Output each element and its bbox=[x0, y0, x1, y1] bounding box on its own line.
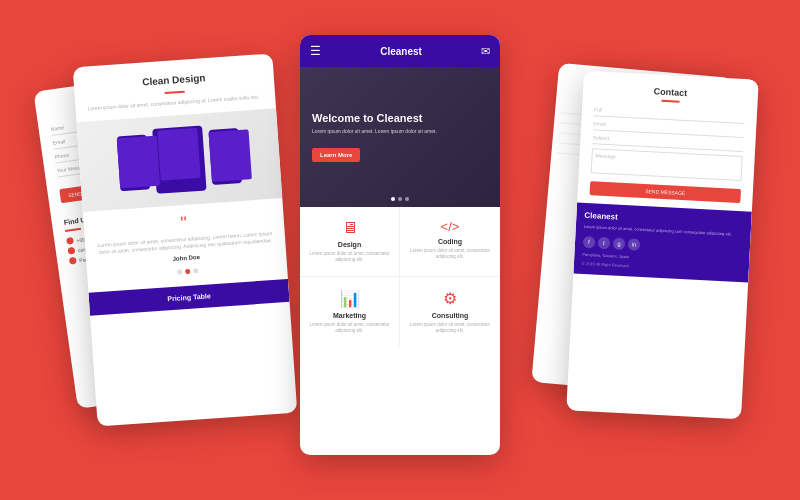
hero-section: Welcome to Cleanest Lorem ipsum dolor si… bbox=[300, 67, 500, 207]
phone-screen bbox=[117, 136, 160, 189]
dot-1 bbox=[177, 269, 182, 274]
phone-mockup bbox=[117, 134, 151, 191]
services-grid: 🖥 Design Lorem ipsum dolor sit amet, con… bbox=[300, 207, 500, 346]
dot-2 bbox=[184, 268, 189, 273]
address-icon bbox=[69, 257, 77, 265]
mail-icon[interactable]: ✉ bbox=[481, 45, 490, 58]
marketing-title: Marketing bbox=[308, 312, 391, 319]
consulting-service: ⚙ Consulting Lorem ipsum dolor sit amet,… bbox=[400, 277, 500, 347]
clean-design-divider bbox=[165, 91, 185, 94]
contact-right-card: Contact Full Email Subject Message SEND … bbox=[566, 71, 759, 420]
app-header: ☰ Cleanest ✉ bbox=[300, 35, 500, 67]
clean-design-card: Clean Design Lorem ipsum dolor sit amet,… bbox=[73, 53, 298, 426]
hero-dot-1 bbox=[391, 197, 395, 201]
footer-section: Cleanest Lorem ipsum dolor sit amet, con… bbox=[573, 202, 751, 282]
consulting-text: Lorem ipsum dolor sit amet, consectetur … bbox=[408, 322, 492, 335]
phone-icon bbox=[66, 237, 74, 245]
hamburger-icon[interactable]: ☰ bbox=[310, 44, 321, 58]
pricing-banner: Pricing Table bbox=[88, 278, 289, 315]
app-title: Cleanest bbox=[380, 46, 422, 57]
coding-text: Lorem ipsum dolor sit amet, consectetur … bbox=[408, 248, 492, 261]
hero-title: Welcome to Cleanest bbox=[312, 112, 488, 124]
phone-mockup-2 bbox=[208, 128, 242, 185]
hero-content: Welcome to Cleanest Lorem ipsum dolor si… bbox=[312, 112, 488, 162]
message-textarea: Message bbox=[591, 148, 743, 181]
main-app-card: ☰ Cleanest ✉ Welcome to Cleanest Lorem i… bbox=[300, 35, 500, 455]
hero-dot-2 bbox=[398, 197, 402, 201]
design-title: Design bbox=[308, 241, 391, 248]
coding-icon: </> bbox=[408, 219, 492, 234]
tablet-screen bbox=[157, 128, 200, 181]
consulting-title: Consulting bbox=[408, 312, 492, 319]
design-icon: 🖥 bbox=[308, 219, 391, 237]
googleplus-icon[interactable]: g bbox=[613, 237, 626, 250]
design-service: 🖥 Design Lorem ipsum dolor sit amet, con… bbox=[300, 207, 400, 277]
learn-more-button[interactable]: Learn More bbox=[312, 148, 360, 162]
linkedin-icon[interactable]: in bbox=[628, 238, 641, 251]
message-textarea-label: Message bbox=[595, 152, 738, 165]
marketing-icon: 📊 bbox=[308, 289, 391, 308]
scene: Contact Name Email Phone Your Message SE… bbox=[0, 0, 800, 500]
tablet-mockup bbox=[152, 126, 206, 194]
find-us-divider bbox=[65, 228, 81, 232]
marketing-service: 📊 Marketing Lorem ipsum dolor sit amet, … bbox=[300, 277, 400, 347]
twitter-icon[interactable]: t bbox=[598, 236, 611, 249]
marketing-text: Lorem ipsum dolor sit amet, consectetur … bbox=[308, 322, 391, 335]
design-text: Lorem ipsum dolor sit amet, consectetur … bbox=[308, 251, 391, 264]
coding-service: </> Coding Lorem ipsum dolor sit amet, c… bbox=[400, 207, 500, 277]
coding-title: Coding bbox=[408, 238, 492, 245]
dot-3 bbox=[192, 268, 197, 273]
hero-dots bbox=[391, 197, 409, 201]
cr-submit-button[interactable]: SEND MESSAGE bbox=[590, 181, 742, 203]
hero-subtitle: Lorem ipsum dolor sit amet. Lorem ipsum … bbox=[312, 128, 488, 135]
facebook-icon[interactable]: f bbox=[583, 235, 596, 248]
email-icon bbox=[67, 247, 75, 255]
consulting-icon: ⚙ bbox=[408, 289, 492, 308]
full-name-label: Full bbox=[594, 106, 745, 120]
device-mockup bbox=[76, 108, 282, 212]
contact-right-divider bbox=[661, 100, 679, 103]
clean-design-title: Clean Design bbox=[73, 53, 275, 96]
phone-screen-2 bbox=[209, 129, 252, 182]
hero-dot-3 bbox=[405, 197, 409, 201]
